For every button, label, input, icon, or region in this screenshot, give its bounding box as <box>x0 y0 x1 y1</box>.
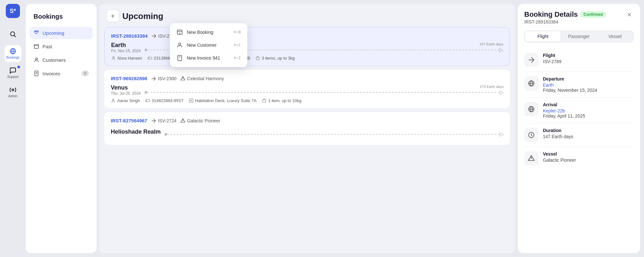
sidebar-item-upcoming[interactable]: Upcoming <box>30 27 93 39</box>
passenger-name-2: Aarav Singh <box>117 98 140 103</box>
ticket-number-2: 314823984-IRST <box>152 98 184 103</box>
vessel-detail-value: Galactic Pioneer <box>543 157 576 163</box>
flight-icon-3 <box>151 118 156 123</box>
flight-icon-1 <box>151 33 156 39</box>
nav-search[interactable] <box>5 26 21 43</box>
vessel-icon-3 <box>180 118 185 123</box>
svg-rect-29 <box>262 100 266 102</box>
vessel-name-3: Galactic Pioneer <box>187 118 220 123</box>
right-panel-header: Booking Details Confirmed IRST-289163384… <box>524 10 634 29</box>
svg-rect-19 <box>148 57 152 59</box>
status-badge: Confirmed <box>580 11 606 18</box>
booking-route-2: Venus Thu, Jul 25, 2024 274 Earth days ▷ <box>111 84 504 96</box>
luggage-info-text-1: 3 items, up to 3kg <box>262 56 295 61</box>
flight-tag-3: ISV-2724 <box>151 118 176 123</box>
planet-1: Earth Fri, Nov 15, 2024 <box>111 42 141 53</box>
app-logo[interactable]: S* <box>6 4 20 18</box>
svg-point-0 <box>11 32 15 36</box>
sidebar-item-past-label: Past <box>43 44 52 49</box>
page-title: Upcoming <box>122 11 163 21</box>
nav-bookings[interactable]: Bookings <box>5 45 21 62</box>
new-booking-icon <box>176 29 183 35</box>
departure-date: Friday, November 15, 2024 <box>543 88 597 93</box>
support-notification-dot <box>17 66 20 68</box>
passenger-info-1: Nora Hansen <box>111 56 142 61</box>
route-start-dot-1 <box>145 49 147 51</box>
arrival-detail-icon <box>528 106 535 113</box>
sidebar-item-upcoming-label: Upcoming <box>43 30 64 36</box>
sidebar-title: Bookings <box>30 10 93 25</box>
tab-flight[interactable]: Flight <box>525 31 561 42</box>
new-customer-label: New Customer <box>187 43 230 48</box>
add-button[interactable]: + <box>107 10 118 22</box>
booking-id-2[interactable]: IRST-969282898 <box>111 76 147 81</box>
sidebar-item-past[interactable]: Past <box>30 40 93 52</box>
new-customer-shortcut: ⌘⇧C <box>234 43 241 47</box>
icon-sidebar: S* Bookings Support Admin <box>0 0 26 257</box>
invoices-icon <box>33 71 39 76</box>
luggage-icon-2 <box>262 98 267 103</box>
vessel-detail-label: Vessel <box>543 151 576 157</box>
booking-ref: IRST-289163384 <box>524 19 606 24</box>
ticket-icon-1 <box>147 56 152 61</box>
tabs: Flight Passenger Vessel <box>524 30 634 43</box>
detail-duration: Duration 147 Earth days <box>524 123 634 147</box>
cabin-name-2: Habitation Deck, Luxury Suite 7A <box>195 98 257 103</box>
dropdown-new-customer[interactable]: New Customer ⌘⇧C <box>173 39 245 52</box>
invoices-badge: 0 <box>81 71 89 76</box>
customers-icon <box>33 57 39 63</box>
booking-id-3[interactable]: IRST-827564967 <box>111 118 147 123</box>
right-panel-title: Booking Details <box>524 10 578 19</box>
sidebar-item-customers[interactable]: Customers <box>30 54 93 66</box>
duration-2: 274 Earth days <box>145 85 504 89</box>
svg-point-7 <box>35 58 37 60</box>
svg-rect-25 <box>146 100 150 101</box>
vessel-detail-icon <box>528 155 535 162</box>
booking-card-1[interactable]: IRST-289163384 ISV-2789 Galactic Pioneer <box>104 27 510 66</box>
duration-detail-value: 147 Earth days <box>543 134 573 139</box>
nav-admin[interactable]: Admin <box>5 84 21 100</box>
duration-detail-icon <box>528 131 535 138</box>
tab-passenger[interactable]: Passenger <box>561 31 597 42</box>
flight-detail-value: ISV-2789 <box>543 59 562 64</box>
booking-card-2[interactable]: IRST-969282898 ISV-2300 Celestial Harmon… <box>104 70 510 108</box>
planet-2: Venus <box>111 84 141 91</box>
vessel-tag-3: Galactic Pioneer <box>180 118 220 123</box>
detail-arrival: Arrival Kepler-22b Friday, April 11, 202… <box>524 98 634 123</box>
flight-tag-2: ISV-2300 <box>151 76 176 81</box>
dropdown-new-booking[interactable]: New Booking ⌘⇧B <box>173 26 245 39</box>
svg-rect-16 <box>178 55 182 61</box>
new-invoice-shortcut: ⌘⇧I <box>234 56 241 60</box>
main-sidebar: Bookings Upcoming Past Customers Invoice… <box>26 4 97 253</box>
flight-detail-icon <box>528 56 535 63</box>
nav-support-label: Support <box>7 75 18 79</box>
vessel-name-2: Celestial Harmony <box>187 76 224 81</box>
nav-support[interactable]: Support <box>5 64 21 81</box>
sidebar-item-customers-label: Customers <box>43 57 66 63</box>
sidebar-item-invoices-label: Invoices <box>43 71 60 76</box>
arrival-planet: Kepler-22b <box>543 108 585 113</box>
svg-point-15 <box>179 43 181 45</box>
detail-departure: Departure Earth Friday, November 15, 202… <box>524 72 634 98</box>
svg-rect-27 <box>189 99 193 102</box>
svg-point-4 <box>12 89 14 91</box>
search-icon <box>9 31 16 38</box>
cabin-icon-2 <box>189 98 194 103</box>
departure-detail-label: Departure <box>543 76 597 81</box>
dropdown-new-invoice[interactable]: New Invoice 941 ⌘⇧I <box>173 52 245 64</box>
svg-line-1 <box>14 35 16 37</box>
flight-number-3: ISV-2724 <box>158 118 176 123</box>
svg-point-18 <box>113 57 114 58</box>
vessel-tag-2: Celestial Harmony <box>180 76 224 81</box>
close-button[interactable]: ✕ <box>625 10 634 19</box>
luggage-icon-1 <box>255 56 260 61</box>
date-1: Fri, Nov 15, 2024 <box>111 49 141 53</box>
luggage-info-1: 3 items, up to 3kg <box>255 56 295 61</box>
booking-card-3[interactable]: IRST-827564967 ISV-2724 Galactic Pioneer… <box>104 112 510 145</box>
svg-rect-23 <box>256 57 259 60</box>
booking-card-3-header: IRST-827564967 ISV-2724 Galactic Pioneer <box>111 118 504 123</box>
detail-flight: Flight ISV-2789 <box>524 48 634 72</box>
tab-vessel[interactable]: Vessel <box>597 31 633 42</box>
booking-id-1[interactable]: IRST-289163384 <box>111 33 147 39</box>
sidebar-item-invoices[interactable]: Invoices 0 <box>30 67 93 80</box>
